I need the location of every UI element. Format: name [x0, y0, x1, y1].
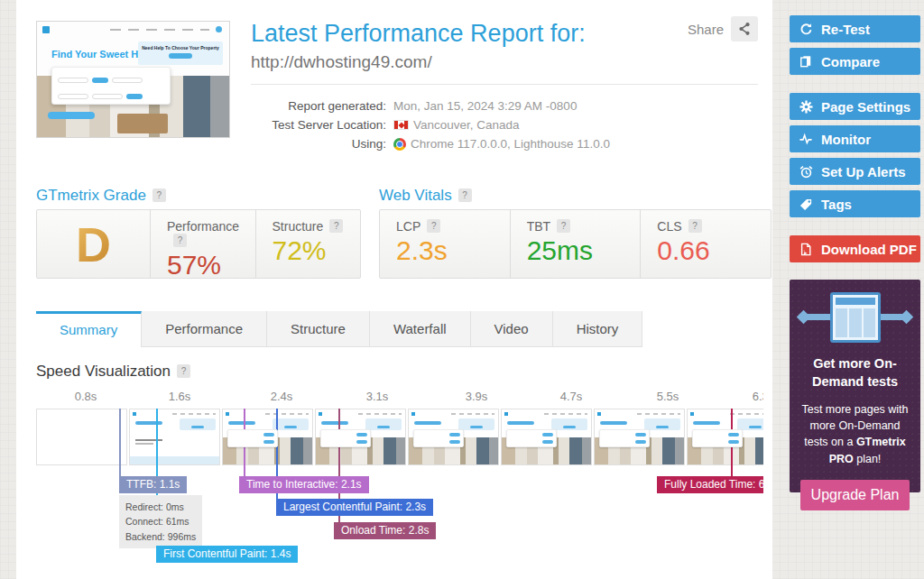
tti-label: Time to Interactive: 2.1s [239, 476, 369, 493]
detail-row-generated: Report generated: Mon, Jan 15, 2024 3:29… [251, 96, 610, 115]
filmstrip-frame [222, 409, 313, 465]
thumbnail-cta-pill [48, 112, 95, 119]
thumbnail-promo-box: Need Help To Choose Your Property [138, 41, 223, 65]
help-icon[interactable]: ? [458, 188, 472, 202]
tab-video[interactable]: Video [471, 311, 553, 347]
ttfb-details: Redirect: 0ms Connect: 61ms Backend: 996… [119, 495, 202, 548]
thumbnail-nav-dot [216, 26, 222, 32]
tags-button[interactable]: Tags [790, 190, 920, 217]
thumbnail-search-card [51, 67, 171, 105]
detail-label: Using: [251, 137, 386, 151]
download-pdf-button[interactable]: Download PDF [790, 235, 920, 262]
tab-history[interactable]: History [553, 311, 643, 347]
filmstrip-frame [594, 409, 685, 465]
filmstrip-frame [687, 409, 763, 465]
report-url: http://dwhosting49.com/ [251, 52, 432, 72]
lcp-value: 2.3s [396, 235, 510, 266]
help-icon[interactable]: ? [329, 219, 343, 233]
share-group: Share [688, 16, 758, 41]
filmstrip-frame [36, 409, 127, 465]
filmstrip-frame [501, 409, 592, 465]
detail-row-using: Using: Chrome 117.0.0.0, Lighthouse 11.0… [251, 134, 610, 153]
chrome-icon [393, 138, 406, 151]
page-settings-button[interactable]: Page Settings [790, 93, 920, 120]
tab-summary[interactable]: Summary [36, 311, 142, 347]
structure-cell: Structure? 72% [255, 210, 361, 278]
canada-flag-icon [393, 120, 409, 130]
grade-box: D Performance? 57% Structure? 72% [36, 209, 361, 279]
help-icon[interactable]: ? [557, 219, 570, 233]
help-icon[interactable]: ? [688, 219, 702, 233]
structure-score: 72% [273, 235, 361, 266]
help-icon[interactable]: ? [427, 219, 440, 233]
set-up-alerts-button[interactable]: Set Up Alerts [790, 158, 920, 185]
lcp-cell: LCP? 2.3s [380, 210, 510, 278]
share-icon [737, 22, 752, 36]
thumbnail-header [42, 25, 224, 36]
ttfb-line [119, 409, 121, 476]
upgrade-plan-button[interactable]: Upgrade Plan [800, 480, 910, 510]
help-icon[interactable]: ? [173, 234, 187, 247]
report-tabs: Summary Performance Structure Waterfall … [36, 311, 642, 347]
action-sidebar: Re-Test Compare Page Settings Monitor Se… [790, 15, 920, 268]
thumbnail-nav [110, 29, 209, 31]
tbt-cell: TBT? 25ms [510, 210, 641, 278]
tab-waterfall[interactable]: Waterfall [370, 311, 471, 347]
compare-button[interactable]: Compare [790, 48, 920, 75]
on-demand-tests-icon [799, 292, 911, 345]
timeline-tick: 6.3s [753, 390, 763, 403]
timeline-tick: 3.1s [366, 390, 389, 403]
share-label: Share [688, 22, 724, 37]
grade-letter-cell: D [37, 210, 150, 278]
help-icon[interactable]: ? [177, 364, 190, 378]
promo-title: Get more On-Demand tests [799, 355, 911, 391]
detail-label: Test Server Location: [251, 118, 386, 132]
tab-performance[interactable]: Performance [142, 311, 267, 347]
tbt-value: 25ms [527, 235, 641, 266]
tag-icon [799, 197, 813, 211]
header-divider [251, 84, 758, 85]
monitor-pulse-icon [799, 132, 813, 146]
vitals-box: LCP? 2.3s TBT? 25ms CLS? 0.66 [379, 209, 772, 279]
site-thumbnail: Find Your Sweet Home Need Help To Choose… [36, 21, 230, 138]
filmstrip-frame [408, 409, 499, 465]
speedviz-heading: Speed Visualization? [36, 363, 190, 381]
speed-visualization: 0.8s 1.6s 2.4s 3.1s 3.9s 4.7s 5.5s 6.3s [36, 390, 763, 577]
detail-row-location: Test Server Location: Vancouver, Canada [251, 115, 610, 134]
timeline-tick: 2.4s [271, 390, 293, 403]
fcp-label: First Contentful Paint: 1.4s [156, 546, 298, 563]
pdf-icon [799, 242, 813, 256]
thumbnail-logo [42, 26, 50, 33]
onload-label: Onload Time: 2.8s [334, 522, 436, 539]
promo-body: Test more pages with more On-Demand test… [799, 401, 911, 467]
filmstrip-frame [129, 409, 220, 465]
timeline-tick: 3.9s [466, 390, 488, 403]
vitals-heading: Web Vitals? [379, 187, 472, 205]
thumbnail-promo-text: Need Help To Choose Your Property [142, 45, 219, 51]
timeline-tick: 5.5s [657, 390, 679, 403]
report-details: Report generated: Mon, Jan 15, 2024 3:29… [251, 96, 610, 153]
detail-value: Chrome 117.0.0.0, Lighthouse 11.0.0 [411, 137, 610, 151]
refresh-icon [799, 22, 813, 36]
fully-loaded-label: Fully Loaded Time: 6.3s [657, 476, 763, 493]
filmstrip [36, 409, 763, 465]
performance-score: 57% [167, 250, 255, 280]
alarm-icon [799, 164, 813, 179]
thumbnail-couch [117, 114, 167, 133]
filmstrip-frame [315, 409, 406, 465]
monitor-button[interactable]: Monitor [790, 125, 920, 152]
retest-button[interactable]: Re-Test [790, 15, 920, 42]
timeline-tick: 4.7s [560, 390, 583, 403]
help-icon[interactable]: ? [152, 188, 166, 202]
compare-icon [799, 54, 813, 69]
timeline-tick: 0.8s [75, 390, 97, 403]
lcp-label: Largest Contentful Paint: 2.3s [276, 499, 433, 516]
page-title: Latest Performance Report for: [251, 20, 586, 48]
ttfb-label: TTFB: 1.1s [119, 476, 187, 493]
pro-upsell-panel: Get more On-Demand tests Test more pages… [790, 280, 920, 492]
share-button[interactable] [731, 16, 758, 41]
cls-cell: CLS? 0.66 [640, 210, 771, 278]
timeline-tick: 1.6s [169, 390, 191, 403]
detail-value: Mon, Jan 15, 2024 3:29 AM -0800 [393, 99, 577, 113]
tab-structure[interactable]: Structure [267, 311, 370, 347]
